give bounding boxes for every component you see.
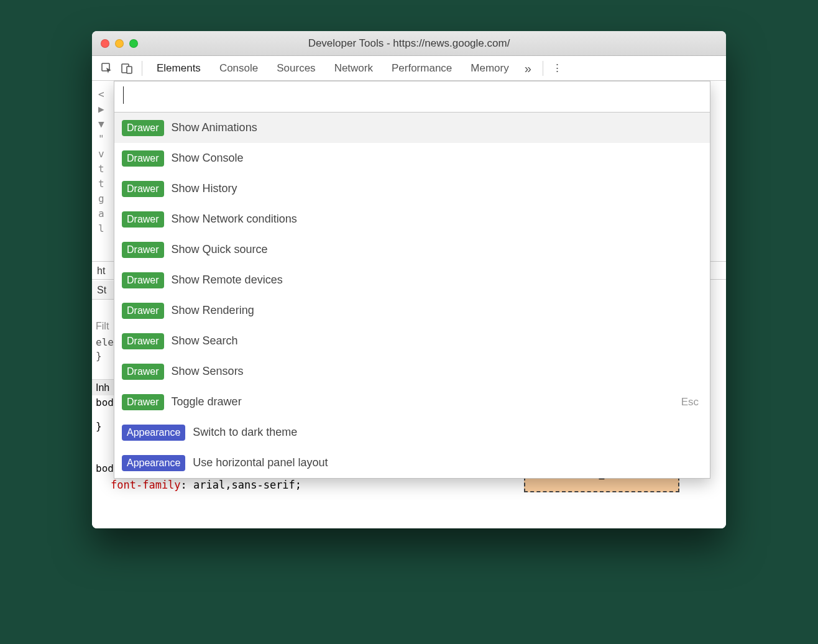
tab-elements[interactable]: Elements xyxy=(149,56,209,81)
drawer-badge: Drawer xyxy=(122,272,164,288)
svg-rect-2 xyxy=(127,67,132,73)
toolbar-separator xyxy=(142,61,142,76)
tab-network[interactable]: Network xyxy=(326,56,381,81)
tab-performance[interactable]: Performance xyxy=(384,56,460,81)
close-window-button[interactable] xyxy=(101,39,109,48)
drawer-badge: Drawer xyxy=(122,394,164,410)
inspect-element-icon[interactable] xyxy=(98,60,116,77)
drawer-badge: Drawer xyxy=(122,333,164,349)
body-rule-fragment-1: bod } xyxy=(96,397,114,432)
css-property: font-family xyxy=(111,479,181,491)
command-menu-item-label: Show Network conditions xyxy=(172,213,702,226)
css-value: arial,sans-serif; xyxy=(193,479,301,491)
command-menu-item-label: Show Remote devices xyxy=(172,274,702,287)
drawer-badge: Drawer xyxy=(122,364,164,380)
command-menu: DrawerShow AnimationsDrawerShow ConsoleD… xyxy=(114,81,710,479)
command-menu-item[interactable]: DrawerShow Remote devices xyxy=(114,265,710,295)
drawer-badge: Drawer xyxy=(122,303,164,319)
command-menu-item-label: Show Animations xyxy=(172,121,702,134)
command-menu-input-row[interactable] xyxy=(114,81,710,113)
command-menu-item-label: Show History xyxy=(172,182,702,195)
window-title: Developer Tools - https://news.google.co… xyxy=(92,37,726,50)
command-menu-item[interactable]: DrawerShow Rendering xyxy=(114,295,710,326)
toolbar-separator xyxy=(543,61,543,76)
appearance-badge: Appearance xyxy=(122,425,185,441)
command-menu-item-label: Use horizontal panel layout xyxy=(193,456,702,469)
drawer-badge: Drawer xyxy=(122,150,164,167)
dom-tree-fragment: < ▶ ▼ " v t t g a l xyxy=(98,87,104,236)
command-menu-item-label: Toggle drawer xyxy=(172,395,674,408)
drawer-badge: Drawer xyxy=(122,181,164,197)
drawer-badge: Drawer xyxy=(122,120,164,136)
command-menu-item[interactable]: DrawerShow Network conditions xyxy=(114,204,710,234)
appearance-badge: Appearance xyxy=(122,455,185,471)
command-menu-item-label: Show Quick source xyxy=(172,243,702,256)
keyboard-shortcut: Esc xyxy=(681,396,702,408)
command-menu-item-label: Switch to dark theme xyxy=(193,426,702,439)
filter-label-fragment: Filt xyxy=(92,318,117,334)
command-menu-item-label: Show Sensors xyxy=(172,365,702,378)
tab-console[interactable]: Console xyxy=(211,56,266,81)
titlebar: Developer Tools - https://news.google.co… xyxy=(92,31,726,56)
drawer-badge: Drawer xyxy=(122,211,164,228)
command-menu-item[interactable]: DrawerShow Animations xyxy=(114,113,710,143)
command-menu-item-label: Show Console xyxy=(172,152,702,165)
zoom-window-button[interactable] xyxy=(129,39,138,48)
command-menu-list: DrawerShow AnimationsDrawerShow ConsoleD… xyxy=(114,113,710,478)
tab-memory[interactable]: Memory xyxy=(462,56,517,81)
tab-sources[interactable]: Sources xyxy=(269,56,323,81)
inherited-label-fragment: Inh xyxy=(92,379,117,395)
tabs-overflow-button[interactable]: » xyxy=(520,56,536,81)
command-menu-item[interactable]: DrawerShow Quick source xyxy=(114,234,710,265)
device-toolbar-icon[interactable] xyxy=(118,60,136,77)
command-menu-item[interactable]: DrawerToggle drawerEsc xyxy=(114,387,710,417)
command-menu-item[interactable]: DrawerShow Search xyxy=(114,326,710,356)
command-menu-item[interactable]: AppearanceUse horizontal panel layout xyxy=(114,448,710,478)
command-menu-item[interactable]: DrawerShow History xyxy=(114,173,710,204)
command-menu-item[interactable]: DrawerShow Sensors xyxy=(114,356,710,387)
drawer-badge: Drawer xyxy=(122,242,164,258)
command-menu-item-label: Show Search xyxy=(172,334,702,347)
command-menu-item[interactable]: DrawerShow Console xyxy=(114,143,710,173)
minimize-window-button[interactable] xyxy=(115,39,124,48)
main-toolbar: Elements Console Sources Network Perform… xyxy=(92,56,726,81)
css-declaration: font-family: arial,sans-serif; xyxy=(111,479,301,491)
text-caret xyxy=(123,86,124,104)
devtools-window: Developer Tools - https://news.google.co… xyxy=(92,31,726,528)
settings-menu-icon[interactable]: ⋮ xyxy=(549,62,566,75)
element-rule-fragment: ele } xyxy=(96,336,114,363)
command-menu-item-label: Show Rendering xyxy=(172,304,702,317)
command-menu-item[interactable]: AppearanceSwitch to dark theme xyxy=(114,417,710,448)
body-rule-fragment-2: bod xyxy=(96,462,114,474)
workarea: < ▶ ▼ " v t t g a l ht St Filt ele } Inh… xyxy=(92,81,726,528)
traffic-lights xyxy=(92,39,138,48)
